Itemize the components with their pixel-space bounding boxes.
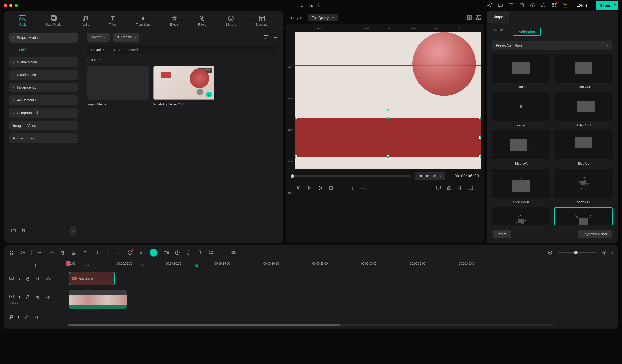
filter-icon[interactable]: [263, 35, 268, 40]
playhead[interactable]: [68, 262, 68, 330]
mark-out-icon[interactable]: }: [350, 185, 355, 191]
sidebar-influence-kit[interactable]: ▸Influence Kit: [9, 83, 78, 92]
mute-icon[interactable]: [36, 294, 41, 300]
anim-slide-right[interactable]: ··→ Slide Right: [554, 92, 613, 127]
clip-rectangle[interactable]: Rectangle: [69, 272, 115, 285]
more-icon[interactable]: ⋯: [273, 35, 278, 40]
media-clip-card[interactable]: 00:00:06 + ✓ WhatsApp Video 202...: [154, 66, 214, 106]
snapshot-icon[interactable]: [447, 185, 452, 191]
search-input[interactable]: [119, 48, 275, 52]
ai-enhance-icon[interactable]: [127, 250, 133, 255]
arrange-icon[interactable]: ▾: [361, 185, 366, 191]
anim-fade-out[interactable]: Fade Out: [554, 54, 613, 89]
keyframe-icon[interactable]: [231, 250, 236, 255]
animation-tab[interactable]: Animation: [513, 28, 541, 36]
mute-icon[interactable]: [35, 315, 40, 320]
anim-slide-down[interactable]: ↓Slide Down: [491, 169, 550, 204]
export-button[interactable]: Export: [596, 1, 618, 10]
text-icon[interactable]: [82, 250, 88, 255]
quality-select[interactable]: Full Quality▾: [308, 14, 338, 21]
minimize-window[interactable]: [9, 4, 12, 7]
anim-fade-in[interactable]: Fade In: [491, 54, 550, 89]
apps-icon[interactable]: [551, 3, 557, 8]
cut-icon[interactable]: [71, 250, 77, 255]
marker-icon[interactable]: [220, 250, 225, 255]
anim-slide-up[interactable]: ↑Slide Up: [554, 131, 613, 165]
monitor-icon[interactable]: [436, 185, 441, 191]
camera-icon[interactable]: [163, 250, 169, 255]
fullscreen-icon[interactable]: [468, 185, 473, 191]
image-view-icon[interactable]: [476, 15, 481, 20]
rotate-handle[interactable]: [387, 109, 389, 112]
adjust-icon[interactable]: [208, 250, 214, 255]
sidebar-photos-library[interactable]: Photos Library: [9, 134, 78, 143]
reset-button[interactable]: Reset: [492, 230, 511, 238]
keyframe-panel-button[interactable]: Keyframe Panel: [578, 230, 612, 238]
magnet-icon[interactable]: [118, 263, 167, 268]
lock-icon[interactable]: [24, 315, 30, 320]
tab-media[interactable]: Media: [19, 15, 27, 26]
volume-icon[interactable]: [457, 185, 463, 191]
zoom-out-icon[interactable]: [547, 250, 553, 255]
effects-off-icon[interactable]: [105, 250, 110, 255]
clip-video[interactable]: WhatsApp Vid...: [69, 290, 127, 308]
record-button[interactable]: Record▾: [113, 33, 139, 41]
import-media-card[interactable]: + Import Media: [87, 66, 149, 106]
lock-icon[interactable]: [25, 294, 31, 300]
shield-icon[interactable]: [186, 250, 191, 255]
sidebar-image-to-video[interactable]: Image to Video: [9, 121, 78, 131]
speed-icon[interactable]: [175, 250, 180, 255]
preset-animation-select[interactable]: Preset Animation▾: [492, 40, 612, 50]
sort-select[interactable]: Default▾: [91, 48, 108, 52]
scrollbar-thumb[interactable]: [68, 325, 340, 326]
visibility-icon[interactable]: [46, 276, 51, 281]
basic-tab[interactable]: Basic: [494, 28, 503, 36]
tab-templates[interactable]: Templates: [255, 15, 269, 26]
sync-status-icon[interactable]: [316, 3, 321, 8]
tab-transitions[interactable]: Transitions: [136, 15, 150, 26]
message-icon[interactable]: [498, 3, 503, 8]
link-icon[interactable]: [63, 263, 112, 268]
mark-in-icon[interactable]: {: [339, 185, 345, 191]
tab-titles[interactable]: Titles: [109, 15, 117, 26]
anim-pause[interactable]: ··→ || ··→Pause: [491, 92, 550, 127]
cursor-icon[interactable]: ▾: [20, 250, 25, 255]
sidebar-adjustment-layer[interactable]: ▸Adjustment L...: [9, 95, 78, 105]
sidebar-folder[interactable]: Folder: [9, 45, 78, 54]
sidebar-cloud-media[interactable]: ▸Cloud Media: [9, 70, 78, 80]
scrubber-handle[interactable]: [291, 174, 294, 178]
anim-zoom-in[interactable]: Zoom In: [554, 207, 613, 225]
close-window[interactable]: [4, 4, 7, 7]
cart-icon[interactable]: [562, 3, 567, 8]
redo-icon[interactable]: [49, 250, 54, 255]
login-button[interactable]: Login: [573, 2, 590, 9]
avatar-button[interactable]: [150, 249, 157, 256]
undo-icon[interactable]: [37, 250, 43, 255]
play-back-icon[interactable]: [307, 185, 312, 191]
delete-icon[interactable]: [60, 250, 65, 255]
new-folder-icon[interactable]: [11, 228, 16, 233]
tab-filters[interactable]: Filters: [198, 15, 206, 26]
microphone-icon[interactable]: [197, 250, 203, 255]
collapse-sidebar[interactable]: ‹: [70, 226, 76, 235]
scrubber[interactable]: [291, 175, 411, 177]
zoom-slider[interactable]: [558, 252, 597, 253]
add-to-timeline-icon[interactable]: +: [197, 89, 203, 95]
anim-vortex-in[interactable]: Vortex In: [554, 169, 613, 204]
zoom-handle[interactable]: [574, 251, 578, 254]
lock-icon[interactable]: [25, 276, 31, 281]
shape-tab[interactable]: Shape: [487, 11, 509, 23]
save-icon[interactable]: [519, 3, 525, 8]
timeline-grid-icon[interactable]: [9, 250, 14, 255]
crop-icon[interactable]: [94, 250, 99, 255]
timeline-scrollbar[interactable]: [68, 325, 554, 326]
maximize-window[interactable]: [15, 4, 18, 7]
zoom-menu[interactable]: ▾: [612, 251, 613, 254]
tab-effects[interactable]: Effects: [170, 15, 179, 26]
auto-ripple-icon[interactable]: [172, 263, 221, 268]
player-tab[interactable]: Player: [288, 14, 305, 21]
import-button[interactable]: Import▾: [87, 33, 110, 41]
preview-viewport[interactable]: 0500100015002000250030003500 05001000150…: [286, 24, 484, 243]
folder-add-icon[interactable]: [20, 228, 25, 233]
headphones-icon[interactable]: [541, 3, 546, 8]
